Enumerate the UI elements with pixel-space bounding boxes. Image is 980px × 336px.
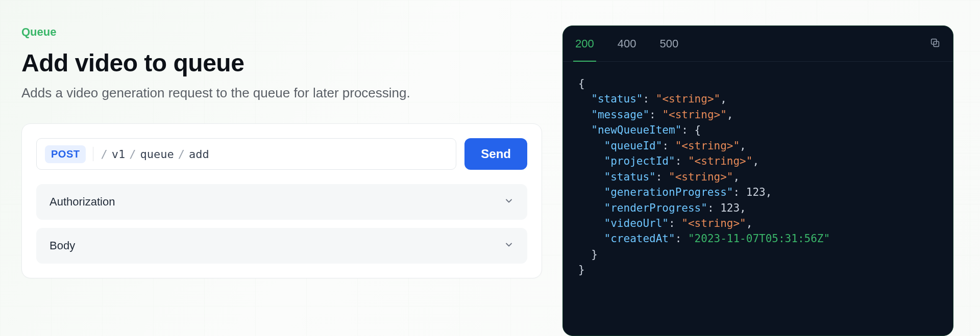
eyebrow: Queue (21, 25, 542, 39)
request-card: POST / v1 / queue / add Send Authorizati… (21, 123, 542, 278)
send-button[interactable]: Send (464, 138, 527, 170)
path-segment: v1 (112, 148, 126, 161)
tab-200[interactable]: 200 (575, 26, 594, 61)
vertical-divider (93, 147, 93, 161)
authorization-label: Authorization (50, 195, 115, 209)
response-code-panel: 200 400 500 { "status": "<string>", "mes… (562, 25, 953, 336)
path-slash: / (178, 148, 185, 161)
left-column: Queue Add video to queue Adds a video ge… (21, 25, 542, 336)
chevron-down-icon (504, 196, 514, 208)
path-segment: queue (140, 148, 174, 161)
page-title: Add video to queue (21, 49, 542, 77)
body-label: Body (50, 239, 75, 252)
chevron-down-icon (504, 240, 514, 252)
page-subtitle: Adds a video generation request to the q… (21, 85, 542, 101)
copy-icon (929, 37, 941, 50)
response-tabs: 200 400 500 (563, 26, 953, 62)
path-slash: / (129, 148, 136, 161)
copy-button[interactable] (929, 37, 941, 50)
request-top-row: POST / v1 / queue / add Send (36, 138, 527, 170)
tab-500[interactable]: 500 (659, 26, 678, 61)
request-url-box[interactable]: POST / v1 / queue / add (36, 138, 456, 170)
http-method-badge: POST (45, 145, 86, 163)
right-column: 200 400 500 { "status": "<string>", "mes… (562, 25, 980, 336)
response-json-body: { "status": "<string>", "message": "<str… (563, 62, 953, 292)
tab-400[interactable]: 400 (618, 26, 636, 61)
authorization-section[interactable]: Authorization (36, 184, 527, 220)
body-section[interactable]: Body (36, 228, 527, 264)
path-slash: / (101, 148, 107, 161)
request-path: / v1 / queue / add (101, 148, 209, 161)
path-segment: add (189, 148, 209, 161)
page-root: Queue Add video to queue Adds a video ge… (0, 0, 980, 336)
